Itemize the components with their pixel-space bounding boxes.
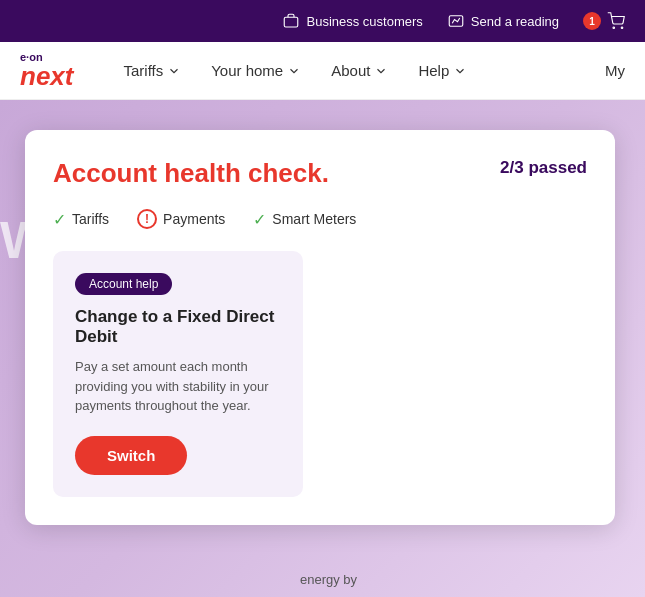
check-smart-meters-label: Smart Meters (272, 211, 356, 227)
nav-your-home[interactable]: Your home (211, 62, 301, 79)
svg-point-3 (621, 27, 623, 29)
cart-icon (607, 12, 625, 30)
chevron-down-icon (453, 64, 467, 78)
nav-my[interactable]: My (605, 62, 625, 79)
modal-header: Account health check. 2/3 passed (53, 158, 587, 189)
check-tariffs-label: Tariffs (72, 211, 109, 227)
send-reading-label: Send a reading (471, 14, 559, 29)
nav-help[interactable]: Help (418, 62, 467, 79)
chevron-down-icon (287, 64, 301, 78)
business-customers-label: Business customers (306, 14, 422, 29)
check-payments-label: Payments (163, 211, 225, 227)
meter-icon (447, 12, 465, 30)
check-warn-icon: ! (137, 209, 157, 229)
checks-row: ✓ Tariffs ! Payments ✓ Smart Meters (53, 209, 587, 229)
logo[interactable]: e·on next (20, 52, 73, 89)
notifications-link[interactable]: 1 (583, 12, 625, 30)
chevron-down-icon (374, 64, 388, 78)
bottom-text: energy by (300, 572, 357, 587)
card-title: Change to a Fixed Direct Debit (75, 307, 281, 347)
check-pass-icon: ✓ (53, 210, 66, 229)
business-customers-link[interactable]: Business customers (282, 12, 422, 30)
check-pass-icon-2: ✓ (253, 210, 266, 229)
svg-point-2 (613, 27, 615, 29)
account-help-card: Account help Change to a Fixed Direct De… (53, 251, 303, 497)
logo-next: next (20, 63, 73, 89)
modal-passed: 2/3 passed (500, 158, 587, 178)
account-health-modal: Account health check. 2/3 passed ✓ Tarif… (25, 130, 615, 525)
nav-bar: e·on next Tariffs Your home About Help M… (0, 42, 645, 100)
top-bar: Business customers Send a reading 1 (0, 0, 645, 42)
switch-button[interactable]: Switch (75, 436, 187, 475)
check-tariffs: ✓ Tariffs (53, 210, 109, 229)
modal-title: Account health check. (53, 158, 329, 189)
chevron-down-icon (167, 64, 181, 78)
card-tag: Account help (75, 273, 172, 295)
briefcase-icon (282, 12, 300, 30)
check-payments: ! Payments (137, 209, 225, 229)
send-reading-link[interactable]: Send a reading (447, 12, 559, 30)
nav-tariffs[interactable]: Tariffs (123, 62, 181, 79)
card-description: Pay a set amount each month providing yo… (75, 357, 281, 416)
svg-rect-0 (285, 17, 299, 27)
nav-about[interactable]: About (331, 62, 388, 79)
check-smart-meters: ✓ Smart Meters (253, 210, 356, 229)
notification-badge: 1 (583, 12, 601, 30)
